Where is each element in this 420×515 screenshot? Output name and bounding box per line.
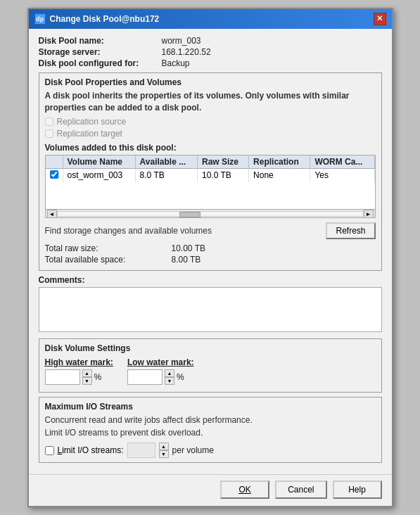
help-button[interactable]: Help xyxy=(333,481,382,499)
col-worm: WORM Ca... xyxy=(310,155,374,169)
replication-source-row: Replication source xyxy=(45,117,376,127)
table-header-row: Volume Name Available ... Raw Size Repli… xyxy=(46,155,375,169)
volumes-table: Volume Name Available ... Raw Size Repli… xyxy=(46,155,375,182)
replication-target-checkbox[interactable] xyxy=(45,129,53,138)
find-label: Find storage changes and available volum… xyxy=(45,226,326,236)
io-desc1: Concurrent read and write jobs affect di… xyxy=(45,414,376,426)
max-io-section: Maximum I/O Streams Concurrent read and … xyxy=(39,397,382,464)
horizontal-scrollbar[interactable]: ◄ ► xyxy=(46,209,375,218)
ok-button[interactable]: OK xyxy=(220,481,269,499)
total-raw-size-label: Total raw size: xyxy=(45,243,172,253)
bottom-buttons: OK Cancel Help xyxy=(29,474,392,506)
row-raw-size: 10.0 TB xyxy=(197,168,248,182)
replication-target-label: Replication target xyxy=(57,129,122,139)
row-volume-name: ost_worm_003 xyxy=(63,168,135,182)
high-water-mark-input-row: 98 ▲ ▼ % xyxy=(45,369,113,385)
scrollbar-track[interactable] xyxy=(57,211,364,217)
col-available: Available ... xyxy=(135,155,197,169)
disk-pool-name-row: Disk Pool name: worm_003 xyxy=(39,36,382,46)
low-water-spin-down[interactable]: ▼ xyxy=(165,377,174,385)
low-water-mark-label: Low water mark: xyxy=(127,357,194,367)
col-volume-name: Volume Name xyxy=(63,155,135,169)
properties-section: Disk Pool Properties and Volumes A disk … xyxy=(39,72,382,271)
row-available: 8.0 TB xyxy=(135,168,197,182)
comments-textarea[interactable] xyxy=(39,287,382,332)
replication-target-row: Replication target xyxy=(45,129,376,139)
dialog-body: Disk Pool name: worm_003 Storage server:… xyxy=(29,29,392,474)
disk-pool-name-value: worm_003 xyxy=(162,36,201,46)
total-raw-size-value: 10.00 TB xyxy=(172,243,205,253)
row-replication: None xyxy=(249,168,310,182)
dialog-icon: dp xyxy=(34,13,46,25)
cancel-button[interactable]: Cancel xyxy=(275,481,326,499)
high-water-mark-group: High water mark: 98 ▲ ▼ % xyxy=(45,357,113,385)
io-limit-row: Limit I/O streams: 2 ▲ ▼ per volume xyxy=(45,443,376,458)
close-button[interactable]: ✕ xyxy=(374,13,386,25)
io-limit-spin-up[interactable]: ▲ xyxy=(159,443,169,450)
limit-io-checkbox[interactable] xyxy=(45,446,54,455)
high-water-mark-input[interactable]: 98 xyxy=(45,369,80,385)
table-row: ost_worm_003 8.0 TB 10.0 TB None Yes xyxy=(46,168,375,182)
low-water-mark-group: Low water mark: 80 ▲ ▼ % xyxy=(127,357,194,385)
storage-server-row: Storage server: 168.1.220.52 xyxy=(39,47,382,57)
dialog-title: Change Disk Pool@nbu172 xyxy=(50,14,160,24)
storage-server-label: Storage server: xyxy=(39,47,162,57)
find-refresh-row: Find storage changes and available volum… xyxy=(45,222,376,239)
scroll-left-btn[interactable]: ◄ xyxy=(47,210,57,218)
title-bar-left: dp Change Disk Pool@nbu172 xyxy=(34,13,160,25)
title-bar: dp Change Disk Pool@nbu172 ✕ xyxy=(29,9,392,29)
properties-description: A disk pool inherits the properties of i… xyxy=(45,90,376,114)
col-check xyxy=(46,155,63,169)
change-disk-pool-dialog: dp Change Disk Pool@nbu172 ✕ Disk Pool n… xyxy=(27,8,393,507)
total-available-label: Total available space: xyxy=(45,255,172,265)
io-limit-spin-down[interactable]: ▼ xyxy=(159,450,169,458)
max-io-title: Maximum I/O Streams xyxy=(45,402,376,412)
replication-source-checkbox[interactable] xyxy=(45,117,53,126)
scroll-right-btn[interactable]: ► xyxy=(364,210,374,218)
high-water-mark-label: High water mark: xyxy=(45,357,113,367)
low-water-spinner: ▲ ▼ xyxy=(165,369,174,385)
disk-pool-name-label: Disk Pool name: xyxy=(39,36,162,46)
configured-for-label: Disk pool configured for: xyxy=(39,58,162,68)
comments-section: Comments: xyxy=(39,275,382,334)
total-available-value: 8.00 TB xyxy=(172,255,201,265)
dv-settings-title: Disk Volume Settings xyxy=(45,343,376,353)
io-limit-spinner: ▲ ▼ xyxy=(159,443,169,458)
io-desc2: Limit I/O streams to prevent disk overlo… xyxy=(45,427,376,439)
col-replication: Replication xyxy=(249,155,310,169)
total-available-row: Total available space: 8.00 TB xyxy=(45,255,376,265)
configured-for-row: Disk pool configured for: Backup xyxy=(39,58,382,68)
total-raw-size-row: Total raw size: 10.00 TB xyxy=(45,243,376,253)
low-water-mark-input[interactable]: 80 xyxy=(127,369,163,385)
low-water-spin-up[interactable]: ▲ xyxy=(165,369,174,377)
io-limit-input[interactable]: 2 xyxy=(127,443,155,458)
high-water-spin-down[interactable]: ▼ xyxy=(82,377,92,385)
high-water-spin-up[interactable]: ▲ xyxy=(82,369,92,377)
per-volume-label: per volume xyxy=(172,445,214,455)
row-check[interactable] xyxy=(46,168,63,182)
high-water-spinner: ▲ ▼ xyxy=(82,369,92,385)
scrollbar-thumb[interactable] xyxy=(179,212,201,217)
replication-source-label: Replication source xyxy=(57,117,127,127)
high-water-pct: % xyxy=(94,372,102,382)
volumes-label: Volumes added to this disk pool: xyxy=(45,143,376,153)
storage-server-value: 168.1.220.52 xyxy=(162,47,211,57)
configured-for-value: Backup xyxy=(162,58,190,68)
low-water-mark-input-row: 80 ▲ ▼ % xyxy=(127,369,194,385)
row-worm: Yes xyxy=(310,168,374,182)
refresh-button[interactable]: Refresh xyxy=(326,222,375,239)
limit-io-label: Limit I/O streams: xyxy=(58,445,124,455)
low-water-pct: % xyxy=(177,372,184,382)
water-marks-row: High water mark: 98 ▲ ▼ % Low water mark… xyxy=(45,357,376,385)
col-raw-size: Raw Size xyxy=(197,155,248,169)
volumes-table-container: Volume Name Available ... Raw Size Repli… xyxy=(45,155,376,218)
disk-volume-settings: Disk Volume Settings High water mark: 98… xyxy=(39,338,382,393)
comments-label: Comments: xyxy=(39,275,382,285)
properties-title: Disk Pool Properties and Volumes xyxy=(45,77,376,87)
